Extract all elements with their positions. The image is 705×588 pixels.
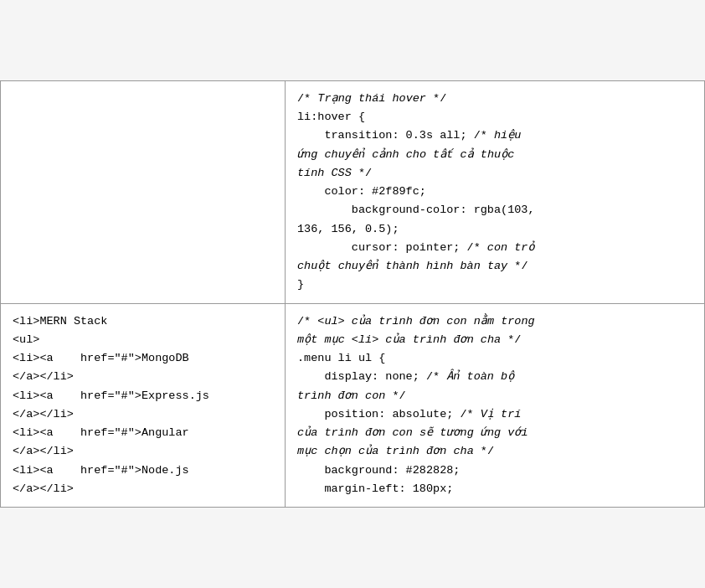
cell-left-2: <li>MERN Stack <ul> <li><a href="#">Mong… (1, 304, 286, 508)
main-table: /* Trạng thái hover */ li:hover { transi… (0, 80, 705, 508)
cell-left-1 (1, 81, 286, 303)
cell-right-1: /* Trạng thái hover */ li:hover { transi… (286, 81, 704, 303)
table-row: /* Trạng thái hover */ li:hover { transi… (1, 81, 704, 304)
code-block-1: /* Trạng thái hover */ li:hover { transi… (297, 90, 692, 295)
code-block-right-2: /* <ul> của trình đơn con nằm trong một … (297, 312, 692, 499)
cell-right-2: /* <ul> của trình đơn con nằm trong một … (286, 304, 704, 508)
code-block-left-2: <li>MERN Stack <ul> <li><a href="#">Mong… (13, 312, 273, 499)
table-row: <li>MERN Stack <ul> <li><a href="#">Mong… (1, 304, 704, 508)
